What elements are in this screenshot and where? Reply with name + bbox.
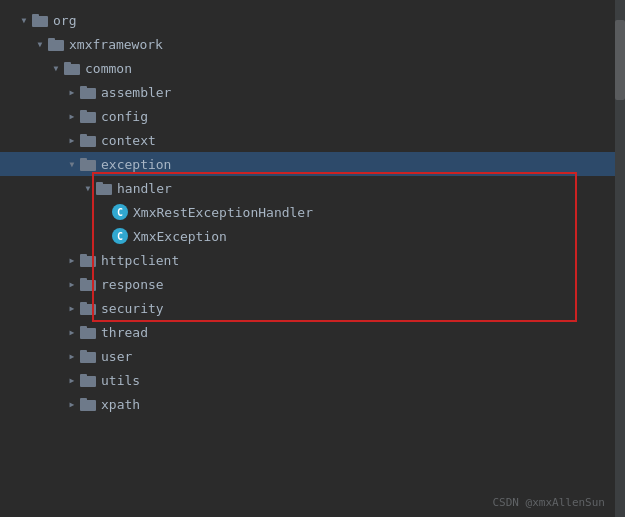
folder-icon-exception: [80, 157, 96, 171]
label-httpclient: httpclient: [101, 253, 179, 268]
label-xpath: xpath: [101, 397, 140, 412]
folder-icon-response: [80, 277, 96, 291]
svg-rect-19: [80, 278, 87, 282]
folder-icon-handler: [96, 181, 112, 195]
tree-item-httpclient[interactable]: httpclient: [0, 248, 625, 272]
svg-rect-1: [32, 14, 39, 18]
folder-icon-common: [64, 61, 80, 75]
tree-item-context[interactable]: context: [0, 128, 625, 152]
svg-rect-21: [80, 302, 87, 306]
tree-item-user[interactable]: user: [0, 344, 625, 368]
folder-icon-security: [80, 301, 96, 315]
arrow-exception[interactable]: [64, 156, 80, 172]
label-xmxexception: XmxException: [133, 229, 227, 244]
tree-item-common[interactable]: common: [0, 56, 625, 80]
arrow-assembler[interactable]: [64, 84, 80, 100]
label-utils: utils: [101, 373, 140, 388]
arrow-org[interactable]: [16, 12, 32, 28]
arrow-utils[interactable]: [64, 372, 80, 388]
svg-rect-23: [80, 326, 87, 330]
class-icon-xmxexception: C: [112, 228, 128, 244]
arrow-empty-2: [96, 228, 112, 244]
file-tree: org xmxframework common: [0, 0, 625, 517]
arrow-thread[interactable]: [64, 324, 80, 340]
folder-icon-org: [32, 13, 48, 27]
arrow-config[interactable]: [64, 108, 80, 124]
tree-item-org[interactable]: org: [0, 8, 625, 32]
label-assembler: assembler: [101, 85, 171, 100]
folder-icon-thread: [80, 325, 96, 339]
svg-rect-9: [80, 110, 87, 114]
folder-icon-xpath: [80, 397, 96, 411]
svg-rect-3: [48, 38, 55, 42]
label-common: common: [85, 61, 132, 76]
watermark: CSDN @xmxAllenSun: [492, 496, 605, 509]
tree-item-xmxframework[interactable]: xmxframework: [0, 32, 625, 56]
label-org: org: [53, 13, 76, 28]
arrow-xpath[interactable]: [64, 396, 80, 412]
label-thread: thread: [101, 325, 148, 340]
arrow-security[interactable]: [64, 300, 80, 316]
folder-icon-assembler: [80, 85, 96, 99]
svg-rect-7: [80, 86, 87, 90]
scrollbar[interactable]: [615, 0, 625, 517]
svg-rect-15: [96, 182, 103, 186]
tree-item-utils[interactable]: utils: [0, 368, 625, 392]
arrow-httpclient[interactable]: [64, 252, 80, 268]
label-security: security: [101, 301, 164, 316]
arrow-xmxframework[interactable]: [32, 36, 48, 52]
label-context: context: [101, 133, 156, 148]
label-xmxframework: xmxframework: [69, 37, 163, 52]
svg-rect-5: [64, 62, 71, 66]
tree-item-xmxexception[interactable]: C XmxException: [0, 224, 625, 248]
folder-icon-config: [80, 109, 96, 123]
folder-icon-xmxframework: [48, 37, 64, 51]
svg-rect-13: [80, 158, 87, 162]
svg-rect-11: [80, 134, 87, 138]
arrow-context[interactable]: [64, 132, 80, 148]
label-exception: exception: [101, 157, 171, 172]
tree-item-xmxrestexceptionhandler[interactable]: C XmxRestExceptionHandler: [0, 200, 625, 224]
svg-rect-17: [80, 254, 87, 258]
arrow-handler[interactable]: [80, 180, 96, 196]
folder-icon-context: [80, 133, 96, 147]
tree-item-exception[interactable]: exception: [0, 152, 625, 176]
tree-item-security[interactable]: security: [0, 296, 625, 320]
arrow-response[interactable]: [64, 276, 80, 292]
folder-icon-user: [80, 349, 96, 363]
tree-item-xpath[interactable]: xpath: [0, 392, 625, 416]
arrow-user[interactable]: [64, 348, 80, 364]
svg-rect-25: [80, 350, 87, 354]
svg-rect-27: [80, 374, 87, 378]
label-xmxrestexceptionhandler: XmxRestExceptionHandler: [133, 205, 313, 220]
class-icon-xmxrestexceptionhandler: C: [112, 204, 128, 220]
label-handler: handler: [117, 181, 172, 196]
scrollbar-thumb[interactable]: [615, 20, 625, 100]
tree-item-handler[interactable]: handler: [0, 176, 625, 200]
tree-item-config[interactable]: config: [0, 104, 625, 128]
arrow-empty-1: [96, 204, 112, 220]
tree-item-response[interactable]: response: [0, 272, 625, 296]
tree-item-assembler[interactable]: assembler: [0, 80, 625, 104]
label-config: config: [101, 109, 148, 124]
tree-item-thread[interactable]: thread: [0, 320, 625, 344]
folder-icon-utils: [80, 373, 96, 387]
arrow-common[interactable]: [48, 60, 64, 76]
label-user: user: [101, 349, 132, 364]
folder-icon-httpclient: [80, 253, 96, 267]
label-response: response: [101, 277, 164, 292]
svg-rect-29: [80, 398, 87, 402]
